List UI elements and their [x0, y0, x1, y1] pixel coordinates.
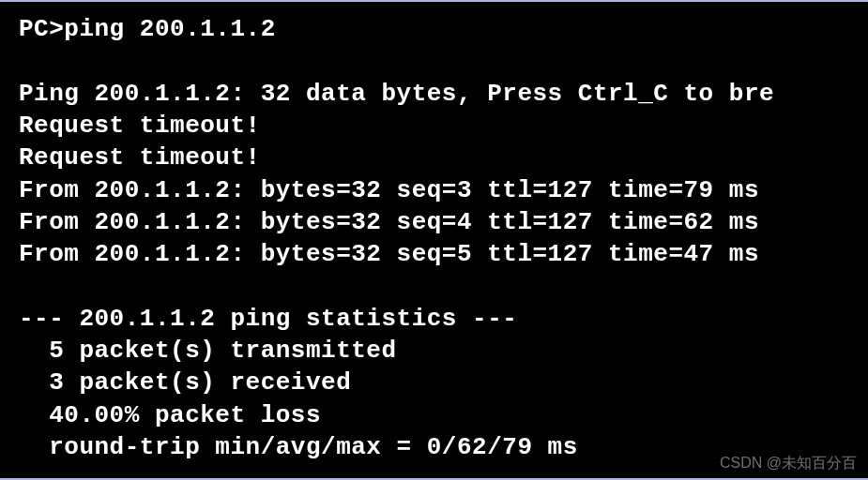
ping-reply-line: From 200.1.1.2: bytes=32 seq=5 ttl=127 t… [19, 238, 849, 270]
stats-loss-line: 40.00% packet loss [19, 399, 849, 431]
command-prompt-line: PC>ping 200.1.1.2 [19, 13, 849, 45]
stats-received-line: 3 packet(s) received [19, 367, 849, 398]
timeout-line: Request timeout! [19, 110, 849, 142]
stats-header-line: --- 200.1.1.2 ping statistics --- [19, 303, 849, 335]
stats-transmitted-line: 5 packet(s) transmitted [19, 335, 849, 367]
watermark-text: CSDN @未知百分百 [720, 453, 857, 472]
ping-reply-line: From 200.1.1.2: bytes=32 seq=3 ttl=127 t… [19, 174, 849, 206]
ping-header-line: Ping 200.1.1.2: 32 data bytes, Press Ctr… [19, 78, 849, 110]
ping-reply-line: From 200.1.1.2: bytes=32 seq=4 ttl=127 t… [19, 206, 849, 238]
terminal-output[interactable]: PC>ping 200.1.1.2 Ping 200.1.1.2: 32 dat… [19, 13, 849, 463]
timeout-line: Request timeout! [19, 142, 849, 173]
blank-line [19, 45, 849, 77]
blank-line [19, 271, 849, 303]
